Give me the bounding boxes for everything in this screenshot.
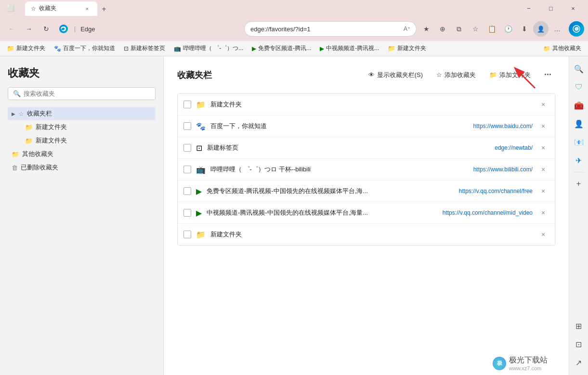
rs-pip-btn[interactable]: ⊡ <box>570 336 588 353</box>
watermark-text: 极光下载站 www.xz7.com <box>509 355 548 371</box>
bm-item-label: 中视频频道-腾讯视... <box>326 44 379 52</box>
tree-item-folder2[interactable]: 📁 新建文件夹 <box>21 134 156 147</box>
tab-close-btn[interactable]: × <box>83 4 91 13</box>
bm-item-bilibili[interactable]: 📺 哔哩哔哩（ ゜-゜）つ... <box>170 43 247 53</box>
panel-more-btn[interactable]: ··· <box>540 68 555 82</box>
other-folder-icon: 📁 <box>543 45 550 52</box>
rs-copilot-btn[interactable]: ✈ <box>570 152 588 169</box>
bm-row-url-5: https://v.qq.com/channel/mid_video <box>443 209 533 216</box>
sidebar: 收藏夹 🔍 ▶ ☆ 收藏夹栏 📁 新建文件夹 📁 新建文件夹 📁 其他收藏夹 <box>0 56 164 375</box>
bm-item-new-folder[interactable]: 📁 新建文件夹 <box>3 43 49 53</box>
new-tab-btn[interactable]: + <box>97 2 111 16</box>
rs-shield-btn[interactable]: 🛡 <box>570 78 588 96</box>
bm-checkbox-0[interactable] <box>183 101 191 108</box>
bm-checkbox-4[interactable] <box>183 187 191 195</box>
show-bar-icon: 👁 <box>368 71 375 78</box>
rs-separator <box>573 172 585 172</box>
bm-row-del-2[interactable]: × <box>537 142 549 154</box>
bm-row-5[interactable]: ▶ 中视频频道-腾讯视频-中国领先的在线视频媒体平台,海量... https:/… <box>178 202 555 224</box>
add-folder-label: 添加文件夹 <box>499 71 531 79</box>
search-input[interactable] <box>24 90 150 97</box>
bm-item-new-folder2[interactable]: 📁 新建文件夹 <box>384 43 430 53</box>
bm-row-3[interactable]: 📺 哔哩哔哩（ ゜-゜）つロ 干杯--bilibili https://www.… <box>178 159 555 181</box>
forward-btn[interactable]: → <box>21 21 37 37</box>
sidebar-toggle-btn[interactable]: ⬜ <box>4 2 17 15</box>
extensions-icon-btn[interactable]: ⊕ <box>435 21 450 37</box>
rs-outlook-btn[interactable]: 📧 <box>570 133 588 151</box>
url-input[interactable]: edge://favorites/?id=1 A⁺ <box>244 21 417 37</box>
maximize-btn[interactable]: □ <box>540 0 562 17</box>
tree-children: 📁 新建文件夹 📁 新建文件夹 <box>8 120 156 147</box>
history-btn[interactable]: 🕐 <box>500 21 516 37</box>
bm-row-6[interactable]: 📁 新建文件夹 × <box>178 224 555 245</box>
bm-row-4[interactable]: ▶ 免费专区频道-腾讯视频-中国领先的在线视频媒体平台,海... https:/… <box>178 181 555 202</box>
watermark-sub: www.xz7.com <box>509 365 548 371</box>
main-area: 收藏夹 🔍 ▶ ☆ 收藏夹栏 📁 新建文件夹 📁 新建文件夹 📁 其他收藏夹 <box>0 56 588 375</box>
bm-row-del-4[interactable]: × <box>537 185 549 197</box>
bm-item-tencent1[interactable]: ▶ 免费专区频道-腾讯... <box>248 43 315 53</box>
bm-row-name-4: 免费专区频道-腾讯视频-中国领先的在线视频媒体平台,海... <box>207 187 454 195</box>
bm-other-label: 其他收藏夹 <box>552 44 581 52</box>
watermark: 极 极光下载站 www.xz7.com <box>493 355 548 371</box>
titlebar: ⬜ ☆ 收藏夹 × + − □ × <box>0 0 588 17</box>
rs-ocr-btn[interactable]: ⊞ <box>570 317 588 335</box>
bm-row-del-3[interactable]: × <box>537 164 549 175</box>
bm-other-bookmarks[interactable]: 📁 其他收藏夹 <box>539 43 585 53</box>
watermark-logo: 极 <box>493 357 506 370</box>
more-btn[interactable]: … <box>549 21 565 37</box>
bm-row-del-1[interactable]: × <box>537 120 549 132</box>
bm-item-label: 哔哩哔哩（ ゜-゜）つ... <box>183 44 243 52</box>
bm-checkbox-1[interactable] <box>183 122 191 130</box>
read-mode-icon[interactable]: A⁺ <box>404 26 410 32</box>
bm-item-newtab[interactable]: ⊡ 新建标签签页 <box>120 43 169 53</box>
tab-bar: ☆ 收藏夹 × + <box>25 1 514 16</box>
watermark-label: 极光下载站 <box>509 355 548 365</box>
toolbar-icons: ★ ⊕ ⧉ ☆ 📋 🕐 ⬇ 👤 … <box>418 21 565 37</box>
bm-row-icon-4: ▶ <box>196 187 202 196</box>
bm-row-1[interactable]: 🐾 百度一下，你就知道 https://www.baidu.com/ × <box>178 116 555 137</box>
bm-row-name-1: 百度一下，你就知道 <box>210 122 469 130</box>
tree-item-other[interactable]: 📁 其他收藏夹 <box>8 147 156 161</box>
tree-star-icon: ☆ <box>18 110 24 117</box>
show-bar-btn[interactable]: 👁 显示收藏夹栏(S) <box>365 69 427 81</box>
collections-btn[interactable]: 📋 <box>484 21 499 37</box>
minimize-btn[interactable]: − <box>518 0 540 17</box>
active-tab[interactable]: ☆ 收藏夹 × <box>25 1 97 16</box>
bm-checkbox-2[interactable] <box>183 144 191 152</box>
right-sidebar: 🔍 🛡 🧰 👤 📧 ✈ + ⊞ ⊡ ↗ <box>569 56 588 375</box>
tree-item-deleted[interactable]: 🗑 已删除收藏夹 <box>8 161 156 174</box>
bm-row-icon-1: 🐾 <box>196 122 206 131</box>
rs-tools-btn[interactable]: 🧰 <box>570 97 588 114</box>
downloads-btn[interactable]: ⬇ <box>517 21 532 37</box>
edge-copilot-btn[interactable] <box>569 21 584 37</box>
rs-share-btn[interactable]: ↗ <box>570 354 588 371</box>
back-btn[interactable]: ← <box>4 21 19 37</box>
rs-profile-btn[interactable]: 👤 <box>570 115 588 132</box>
star-icon-btn[interactable]: ★ <box>418 21 434 37</box>
add-favorite-btn[interactable]: ☆ 添加收藏夹 <box>432 69 480 81</box>
bm-row-name-0: 新建文件夹 <box>210 100 528 109</box>
bm-row-0[interactable]: 📁 新建文件夹 × <box>178 94 555 116</box>
bm-row-del-6[interactable]: × <box>537 229 549 240</box>
tree-item-favorites-bar[interactable]: ▶ ☆ 收藏夹栏 <box>8 107 156 120</box>
bm-row-url-3: https://www.bilibili.com/ <box>473 166 533 173</box>
bm-item-tencent2[interactable]: ▶ 中视频频道-腾讯视... <box>316 43 383 53</box>
search-box[interactable]: 🔍 <box>8 87 156 100</box>
favorites-icon-btn[interactable]: ☆ <box>468 21 483 37</box>
bm-checkbox-5[interactable] <box>183 209 191 217</box>
add-folder-btn[interactable]: 📁 添加文件夹 <box>485 69 535 81</box>
bm-item-baidu[interactable]: 🐾 百度一下，你就知道 <box>50 43 119 53</box>
bm-row-del-0[interactable]: × <box>537 99 549 110</box>
bm-row-del-5[interactable]: × <box>537 207 549 219</box>
bm-checkbox-3[interactable] <box>183 166 191 173</box>
rs-search-btn[interactable]: 🔍 <box>570 60 588 78</box>
split-screen-btn[interactable]: ⧉ <box>451 21 467 37</box>
rs-add-btn[interactable]: + <box>570 175 588 193</box>
bm-row-2[interactable]: ⊡ 新建标签页 edge://newtab/ × <box>178 137 555 159</box>
tree-item-label: 其他收藏夹 <box>22 150 53 158</box>
bm-checkbox-6[interactable] <box>183 231 191 238</box>
profile-btn[interactable]: 👤 <box>533 21 549 37</box>
tree-item-folder1[interactable]: 📁 新建文件夹 <box>21 120 156 134</box>
refresh-btn[interactable]: ↻ <box>39 21 54 37</box>
close-btn[interactable]: × <box>562 0 584 17</box>
